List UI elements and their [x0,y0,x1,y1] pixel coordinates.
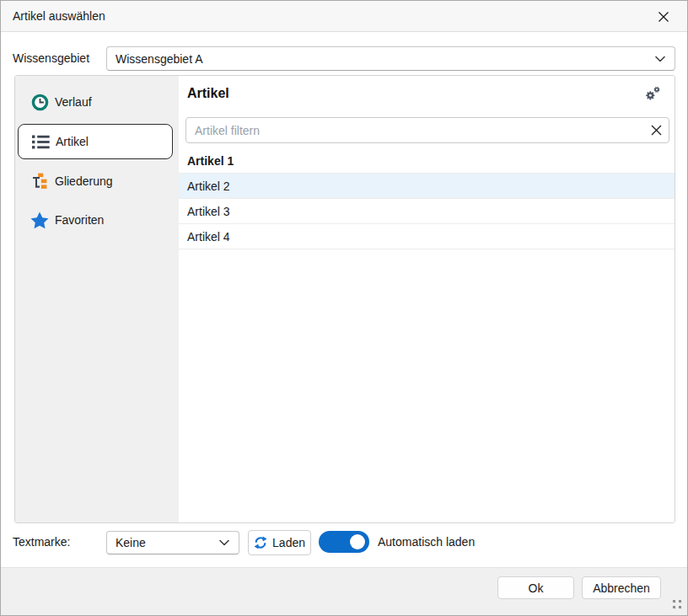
chevron-down-icon [655,56,665,62]
outline-tree-icon [30,172,49,190]
article-row[interactable]: Artikel 2 [179,174,675,199]
gears-icon [644,82,661,105]
resize-grip-icon[interactable] [673,600,681,608]
sidebar-item-gliederung[interactable]: Gliederung [15,166,179,196]
close-icon [658,11,669,23]
sidebar-item-label: Verlauf [55,95,92,109]
sidebar: Verlauf Artikel [15,76,179,522]
article-row[interactable]: Artikel 4 [179,224,675,249]
sidebar-item-label: Gliederung [55,174,113,188]
article-list: Artikel 1 Artikel 2 Artikel 3 Artikel 4 [179,148,675,249]
knowledge-area-label: Wissensgebiet [13,46,89,71]
sidebar-item-favoriten[interactable]: Favoriten [15,205,179,235]
bookmark-label: Textmarke: [13,530,70,554]
load-button-label: Laden [272,536,305,549]
toggle-knob [350,534,365,549]
bookmark-select-value: Keine [107,536,219,549]
clear-x-icon [650,124,663,137]
settings-button[interactable] [639,80,666,107]
sync-icon [254,535,267,550]
article-panel: Artikel [179,76,675,522]
clear-filter-button[interactable] [643,118,669,142]
dialog-window: Artikel auswählen Wissensgebiet Wissensg… [0,0,688,616]
knowledge-area-select[interactable]: Wissensgebiet A [106,46,675,71]
dialog-title: Artikel auswählen [13,1,105,31]
sidebar-item-verlauf[interactable]: Verlauf [15,87,179,117]
article-filter [185,117,669,143]
close-button[interactable] [652,5,675,29]
article-row[interactable]: Artikel 1 [179,148,675,174]
ok-button[interactable]: Ok [497,576,574,599]
load-button[interactable]: Laden [248,530,311,555]
bookmark-select[interactable]: Keine [106,531,239,554]
sidebar-item-label: Artikel [56,135,89,148]
article-row[interactable]: Artikel 3 [179,199,675,224]
footer-bar: Ok Abbrechen [1,567,687,616]
sidebar-item-artikel[interactable]: Artikel [18,124,173,159]
clock-icon [30,93,49,111]
auto-load-label: Automatisch laden [378,530,475,554]
auto-load-toggle[interactable] [319,531,369,553]
star-icon [30,211,49,229]
content-panel: Verlauf Artikel [14,75,675,523]
chevron-down-icon [219,539,229,546]
sidebar-item-label: Favoriten [55,213,104,227]
list-icon [31,132,50,151]
cancel-button[interactable]: Abbrechen [582,576,661,599]
panel-title: Artikel [187,86,229,101]
knowledge-area-value: Wissensgebiet A [107,52,655,66]
article-filter-input[interactable] [186,124,643,137]
title-bar: Artikel auswählen [1,1,687,32]
